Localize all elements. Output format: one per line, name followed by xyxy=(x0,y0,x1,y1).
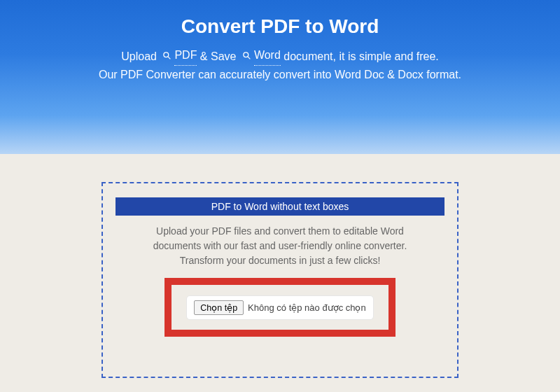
content-wrap: PDF to Word without text boxes Upload yo… xyxy=(0,154,560,378)
card-desc-line2: documents with our fast and user-friendl… xyxy=(153,240,407,251)
search-icon xyxy=(242,51,251,60)
search-icon xyxy=(162,51,172,60)
inline-link-word[interactable]: Word xyxy=(239,46,281,66)
hero-text-suffix: document, it is simple and free. xyxy=(284,50,438,62)
annotation-highlight: Chọn tệp Không có tệp nào được chọn xyxy=(164,278,396,337)
card-desc-line1: Upload your PDF files and convert them t… xyxy=(156,225,404,237)
file-picker[interactable]: Chọn tệp Không có tệp nào được chọn xyxy=(186,295,373,320)
choose-file-button[interactable]: Chọn tệp xyxy=(194,300,244,315)
card-desc-line3: Transform your documents in just a few c… xyxy=(180,255,381,266)
hero-subtitle-line2: Our PDF Converter can accurately convert… xyxy=(0,66,560,84)
svg-point-2 xyxy=(244,52,248,57)
svg-line-1 xyxy=(169,57,171,59)
inline-link-pdf[interactable]: PDF xyxy=(160,46,197,66)
inline-link-word-label: Word xyxy=(254,46,281,66)
hero-banner: Convert PDF to Word Upload PDF & Save Wo… xyxy=(0,0,560,154)
file-status-text: Không có tệp nào được chọn xyxy=(248,302,366,313)
svg-point-0 xyxy=(164,52,169,57)
card-header: PDF to Word without text boxes xyxy=(115,197,444,216)
hero-text-and-save: & Save xyxy=(200,50,237,62)
card-description: Upload your PDF files and convert them t… xyxy=(115,224,444,268)
svg-line-3 xyxy=(248,57,250,59)
hero-subtitle-line1: Upload PDF & Save Word document, it is s… xyxy=(0,46,560,66)
upload-dropzone[interactable]: PDF to Word without text boxes Upload yo… xyxy=(102,182,458,378)
page-title: Convert PDF to Word xyxy=(0,15,560,38)
hero-text-upload: Upload xyxy=(121,50,157,62)
inline-link-pdf-label: PDF xyxy=(174,46,197,66)
